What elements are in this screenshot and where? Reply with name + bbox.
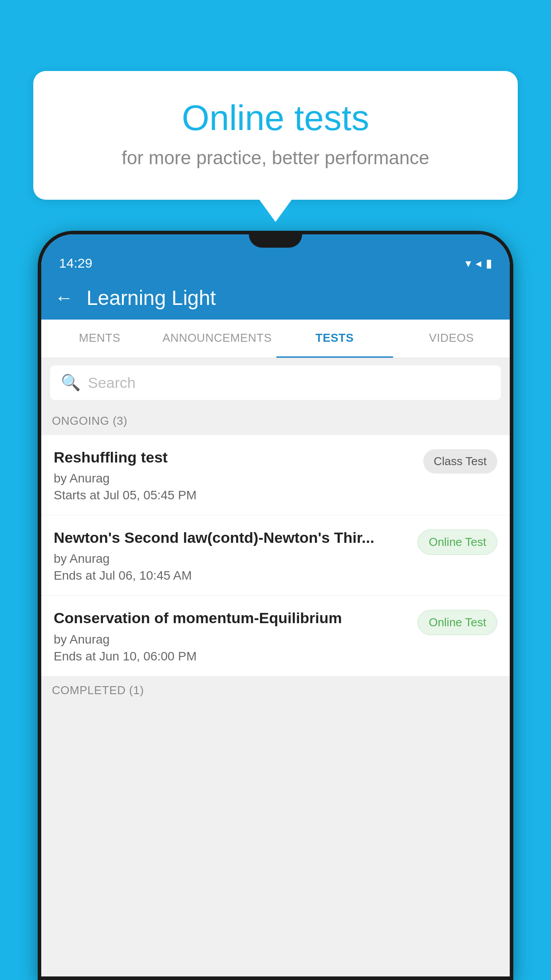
test-item[interactable]: Reshuffling test by Anurag Starts at Jul… — [41, 435, 510, 515]
date-label: Ends at — [54, 649, 96, 663]
test-author: by Anurag — [54, 471, 414, 486]
date-value: Jul 05, 05:45 PM — [103, 488, 197, 502]
test-date: Starts at Jul 05, 05:45 PM — [54, 488, 414, 502]
test-author: by Anurag — [54, 552, 409, 566]
status-icons: ▾ ◂ ▮ — [465, 257, 492, 270]
test-info: Conservation of momentum-Equilibrium by … — [54, 608, 417, 663]
notch — [249, 234, 302, 248]
tab-tests[interactable]: TESTS — [276, 320, 393, 358]
tabs-container: MENTS ANNOUNCEMENTS TESTS VIDEOS — [41, 320, 510, 358]
test-badge-online: Online Test — [417, 610, 497, 635]
test-title: Conservation of momentum-Equilibrium — [54, 608, 409, 628]
content-area: ONGOING (3) Reshuffling test by Anurag S… — [41, 407, 510, 976]
ongoing-section-header: ONGOING (3) — [41, 407, 510, 435]
search-bar[interactable]: 🔍 Search — [50, 365, 501, 400]
test-badge-online: Online Test — [417, 530, 497, 555]
tab-videos[interactable]: VIDEOS — [393, 320, 510, 358]
phone-frame: 14:29 ▾ ◂ ▮ ← Learning Light MENTS ANNOU… — [38, 231, 513, 980]
bubble-subtitle: for more practice, better performance — [69, 147, 482, 169]
test-badge-class: Class Test — [423, 449, 497, 474]
app-header: ← Learning Light — [41, 276, 510, 320]
notch-area — [41, 234, 510, 248]
test-title: Reshuffling test — [54, 447, 414, 467]
status-bar: 14:29 ▾ ◂ ▮ — [41, 248, 510, 276]
speech-bubble: Online tests for more practice, better p… — [33, 71, 518, 200]
phone-inner: 14:29 ▾ ◂ ▮ ← Learning Light MENTS ANNOU… — [41, 234, 510, 976]
test-date: Ends at Jun 10, 06:00 PM — [54, 649, 409, 664]
tab-announcements[interactable]: ANNOUNCEMENTS — [158, 320, 276, 358]
test-item[interactable]: Conservation of momentum-Equilibrium by … — [41, 596, 510, 676]
date-value: Jun 10, 06:00 PM — [99, 649, 197, 663]
test-title: Newton's Second law(contd)-Newton's Thir… — [54, 528, 409, 547]
status-time: 14:29 — [59, 256, 92, 271]
wifi-icon: ▾ — [465, 257, 471, 270]
test-info: Reshuffling test by Anurag Starts at Jul… — [54, 447, 423, 502]
app-title: Learning Light — [87, 286, 216, 310]
tab-ments[interactable]: MENTS — [41, 320, 158, 358]
bubble-title: Online tests — [69, 98, 482, 138]
search-icon: 🔍 — [61, 373, 81, 392]
back-button[interactable]: ← — [55, 287, 73, 308]
test-info: Newton's Second law(contd)-Newton's Thir… — [54, 528, 417, 583]
battery-icon: ▮ — [486, 257, 492, 270]
test-date: Ends at Jul 06, 10:45 AM — [54, 569, 409, 583]
test-item[interactable]: Newton's Second law(contd)-Newton's Thir… — [41, 515, 510, 596]
date-label: Ends at — [54, 569, 96, 582]
test-author: by Anurag — [54, 632, 409, 647]
search-container: 🔍 Search — [41, 358, 510, 407]
date-value: Jul 06, 10:45 AM — [99, 569, 192, 582]
completed-section-header: COMPLETED (1) — [41, 676, 510, 697]
signal-icon: ◂ — [476, 257, 481, 270]
date-label: Starts at — [54, 488, 100, 502]
search-placeholder: Search — [88, 374, 136, 391]
